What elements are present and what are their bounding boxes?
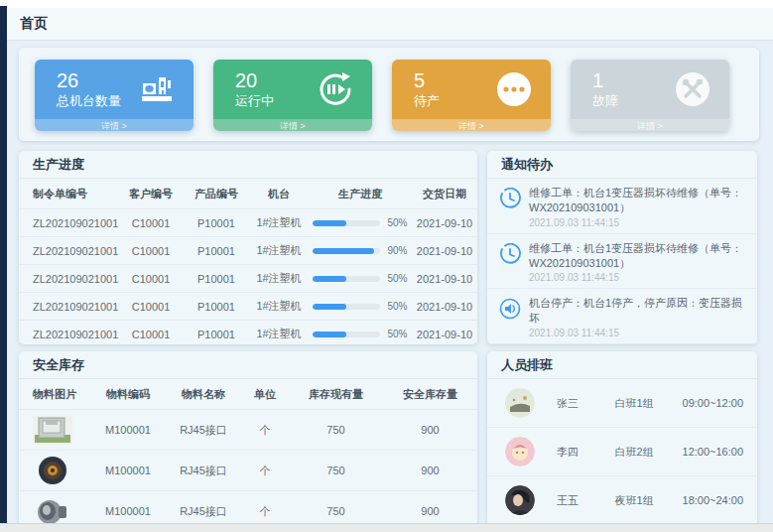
delivery-date: 2021-09-10 — [412, 321, 477, 345]
running-value: 20 — [235, 68, 274, 93]
column-header: 物料名称 — [166, 379, 241, 410]
table-row: ZL202109021001 C10001 P10001 1#注塑机 50% 2… — [19, 265, 477, 293]
app-window: 首页 26 总机台数量 — [7, 8, 773, 524]
notification-text: 机台停产：机台1停产，停产原因：变压器损坏 — [529, 296, 747, 326]
staff-name: 李四 — [557, 445, 615, 460]
delivery-date: 2021-09-10 — [412, 237, 477, 265]
staff-name: 张三 — [557, 396, 615, 411]
product-number: P10001 — [184, 321, 249, 345]
stock-on-hand: 750 — [289, 451, 383, 491]
notification-item[interactable]: 维修工单：机台1变压器损坏待维修（单号：WX202109031001） 2021… — [487, 234, 757, 290]
column-header: 制令单编号 — [19, 179, 118, 209]
staffing-title: 人员排班 — [487, 351, 757, 379]
safety-stock-table: 物料图片 物料编码 物料名称 单位 库存现有量 安全库存量 — [19, 379, 477, 524]
fault-detail-link[interactable]: 详情 > — [571, 119, 729, 131]
waiting-value: 5 — [414, 68, 440, 93]
horizontal-scrollbar[interactable] — [0, 523, 773, 532]
material-code: M100001 — [90, 451, 166, 491]
order-number: ZL202109021001 — [19, 265, 118, 293]
safety-stock-panel: 安全库存 物料图片 物料编码 物料名称 单位 库存现有量 安全库存量 — [19, 351, 477, 524]
table-row: M100001 RJ45接口 个 750 900 — [19, 491, 477, 525]
running-label: 运行中 — [235, 93, 274, 109]
staff-shift: 夜班1组 — [615, 493, 683, 508]
table-row: M100001 RJ45接口 个 750 900 — [19, 451, 477, 491]
stat-card-fault[interactable]: 1 故障 详情 > — [571, 60, 729, 131]
production-table-header-row: 制令单编号 客户编号 产品编号 机台 生产进度 交货日期 — [19, 179, 477, 209]
material-code: M100001 — [90, 410, 166, 451]
order-number: ZL202109021001 — [19, 293, 118, 321]
notification-item[interactable]: 机台停产：机台1停产，停产原因：变压器损坏 2021.09.03 11:44:1… — [487, 289, 757, 344]
staff-name: 王五 — [557, 493, 615, 508]
running-icon — [317, 70, 354, 108]
progress-bar-fill — [313, 276, 346, 282]
staff-shift: 白班2组 — [615, 445, 683, 460]
safety-stock-qty: 900 — [383, 451, 477, 491]
stat-cards-panel: 26 总机台数量 详情 > — [19, 48, 759, 141]
tab-home[interactable]: 首页 — [20, 15, 48, 33]
stat-card-total-machines[interactable]: 26 总机台数量 详情 > — [35, 60, 193, 131]
product-number: P10001 — [184, 293, 249, 321]
progress-bar — [313, 248, 380, 254]
machine-name: 1#注塑机 — [249, 265, 309, 293]
column-header: 物料图片 — [19, 379, 90, 410]
stock-on-hand: 750 — [289, 491, 383, 525]
column-header: 客户编号 — [118, 179, 184, 209]
dashboard-content: 26 总机台数量 详情 > — [7, 41, 773, 524]
staff-shift: 白班1组 — [615, 396, 683, 411]
clock-icon — [499, 188, 521, 209]
progress-percent: 50% — [387, 217, 407, 228]
customer-number: C10001 — [118, 265, 184, 293]
progress-bar-fill — [313, 220, 346, 226]
stat-card-waiting[interactable]: 5 待产 详情 > — [392, 60, 551, 131]
tools-icon — [674, 70, 711, 108]
material-name: RJ45接口 — [166, 410, 241, 451]
staff-row: 张三 白班1组 09:00~12:00 — [487, 379, 757, 428]
notifications-title: 通知待办 — [487, 151, 757, 179]
product-number: P10001 — [184, 265, 249, 293]
column-header: 生产进度 — [309, 179, 412, 209]
avatar — [505, 388, 535, 418]
avatar — [505, 437, 535, 466]
customer-number: C10001 — [118, 293, 184, 321]
waiting-detail-link[interactable]: 详情 > — [392, 119, 551, 131]
notification-time: 2021.09.03 11:44:15 — [529, 328, 747, 338]
stock-on-hand: 750 — [289, 410, 383, 451]
production-progress-title: 生产进度 — [19, 151, 477, 179]
total-machines-detail-link[interactable]: 详情 > — [35, 119, 193, 131]
staff-time: 12:00~16:00 — [683, 446, 743, 458]
column-header: 物料编码 — [90, 379, 166, 410]
order-number: ZL202109021001 — [19, 237, 118, 265]
staff-time: 09:00~12:00 — [683, 397, 743, 409]
fault-label: 故障 — [592, 93, 618, 109]
production-progress-panel: 生产进度 制令单编号 客户编号 产品编号 机台 生产进度 交货日期 — [19, 151, 477, 344]
staffing-panel: 人员排班 张三 白班1组 09:00~12:00 — [487, 351, 757, 524]
stat-card-running[interactable]: 20 运行中 详情 > — [213, 60, 372, 131]
machine-icon — [138, 70, 176, 108]
notification-item[interactable]: 维修工单：机台1变压器损坏待维修（单号：WX202109031001） 2021… — [487, 179, 757, 234]
staff-row: 王五 夜班1组 18:00~24:00 — [487, 476, 757, 524]
safety-stock-qty: 900 — [383, 410, 477, 451]
column-header: 交货日期 — [412, 179, 477, 209]
notification-text: 维修工单：机台1变压器损坏待维修（单号：WX202109031001） — [529, 241, 747, 271]
running-detail-link[interactable]: 详情 > — [213, 119, 372, 131]
avatar — [505, 485, 535, 515]
sidebar-edge — [0, 6, 7, 524]
table-row: ZL202109021001 C10001 P10001 1#注塑机 50% 2… — [19, 209, 477, 237]
staff-time: 18:00~24:00 — [683, 494, 743, 506]
column-header: 单位 — [241, 379, 289, 410]
total-machines-label: 总机台数量 — [57, 93, 121, 109]
safety-stock-qty: 900 — [383, 491, 477, 525]
table-row: ZL202109021001 C10001 P10001 1#注塑机 90% 2… — [19, 237, 477, 265]
notification-time: 2021.09.03 11:44:15 — [529, 272, 747, 283]
product-number: P10001 — [184, 237, 249, 265]
table-row: ZL202109021001 C10001 P10001 1#注塑机 50% 2… — [19, 321, 477, 345]
progress-percent: 50% — [387, 273, 407, 284]
machine-name: 1#注塑机 — [249, 321, 309, 345]
material-unit: 个 — [241, 410, 289, 451]
table-row: M100001 RJ45接口 个 750 900 — [19, 410, 477, 451]
progress-bar-fill — [313, 304, 346, 310]
order-number: ZL202109021001 — [19, 209, 118, 237]
progress-bar — [313, 220, 380, 226]
progress-percent: 50% — [387, 329, 407, 339]
notifications-panel: 通知待办 维修工单：机台1变压器损坏待维修（单号：WX202109031001）… — [487, 151, 757, 344]
